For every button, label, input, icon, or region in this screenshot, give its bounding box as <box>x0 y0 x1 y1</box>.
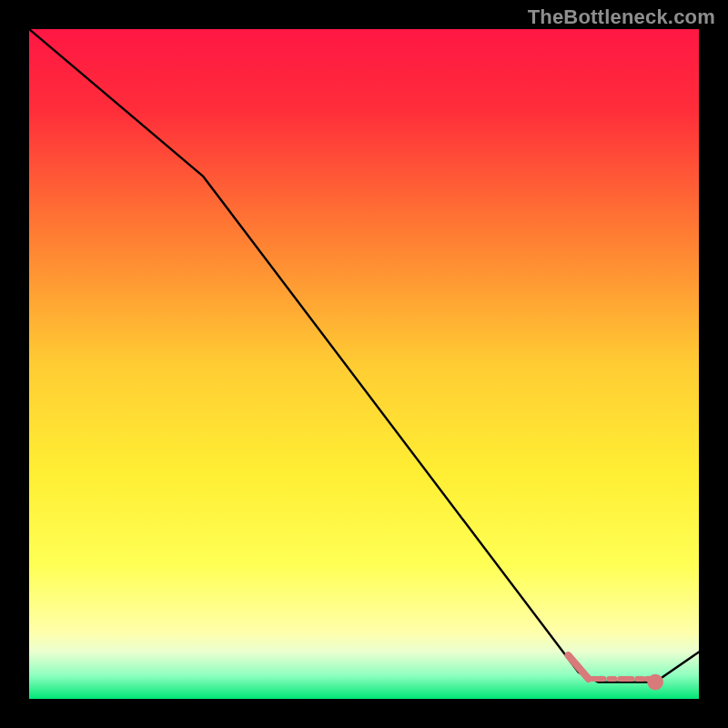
marker-end-dot <box>647 674 663 691</box>
chart-frame: TheBottleneck.com <box>0 0 728 728</box>
chart-background <box>29 29 699 699</box>
plot-area <box>29 29 699 699</box>
chart-svg <box>29 29 699 699</box>
watermark-text: TheBottleneck.com <box>528 5 715 29</box>
